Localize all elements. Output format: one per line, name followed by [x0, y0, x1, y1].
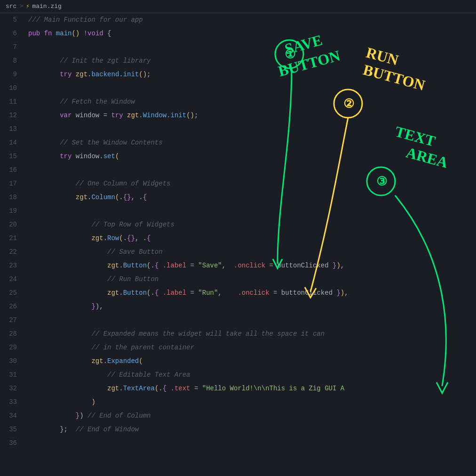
line-code	[24, 40, 476, 54]
line-number: 6	[0, 27, 24, 40]
line-code: }) // End of Column	[24, 409, 476, 423]
line-code: pub fn main() !void {	[24, 27, 476, 40]
line-code: zgt.Column(.{}, .{	[24, 191, 476, 204]
code-line: 16	[0, 163, 476, 177]
line-code: // Top Row of Widgets	[24, 218, 476, 232]
code-line: 11 // Fetch the Window	[0, 95, 476, 109]
breadcrumb: src > ⚡ main.zig	[0, 0, 476, 13]
code-line: 21 zgt.Row(.{}, .{	[0, 232, 476, 245]
line-code: /// Main Function for our app	[24, 13, 476, 27]
line-number: 14	[0, 136, 24, 150]
code-line: 12 var window = try zgt.Window.init();	[0, 109, 476, 122]
line-code: zgt.Button(.{ .label = "Run", .onclick =…	[24, 286, 476, 300]
code-line: 23 zgt.Button(.{ .label = "Save", .oncli…	[0, 259, 476, 273]
line-code: }),	[24, 300, 476, 314]
line-number: 10	[0, 81, 24, 95]
line-number: 31	[0, 368, 24, 382]
line-number: 27	[0, 314, 24, 327]
code-line: 29 // in the parent container	[0, 341, 476, 355]
line-number: 32	[0, 382, 24, 395]
code-line: 32 zgt.TextArea(.{ .text = "Hello World!…	[0, 382, 476, 395]
line-number: 13	[0, 122, 24, 136]
line-number: 8	[0, 54, 24, 68]
code-line: 22 // Save Button	[0, 245, 476, 259]
code-line: 35 }; // End of Window	[0, 423, 476, 436]
line-code: // Expanded means the widget will take a…	[24, 327, 476, 341]
code-line: 27	[0, 314, 476, 327]
code-line: 19	[0, 204, 476, 218]
code-line: 8 // Init the zgt library	[0, 54, 476, 68]
code-line: 31 // Editable Text Area	[0, 368, 476, 382]
line-code	[24, 204, 476, 218]
line-code	[24, 436, 476, 450]
line-number: 9	[0, 68, 24, 81]
code-line: 18 zgt.Column(.{}, .{	[0, 191, 476, 204]
code-line: 24 // Run Button	[0, 273, 476, 286]
line-code: zgt.TextArea(.{ .text = "Hello World!\n\…	[24, 382, 476, 395]
line-number: 20	[0, 218, 24, 232]
line-number: 26	[0, 300, 24, 314]
line-number: 15	[0, 150, 24, 163]
line-code: try zgt.backend.init();	[24, 68, 476, 81]
line-code: // Set the Window Contents	[24, 136, 476, 150]
line-code	[24, 314, 476, 327]
line-number: 33	[0, 395, 24, 409]
line-number: 22	[0, 245, 24, 259]
line-number: 34	[0, 409, 24, 423]
code-line: 14 // Set the Window Contents	[0, 136, 476, 150]
line-code: try window.set(	[24, 150, 476, 163]
line-code	[24, 122, 476, 136]
breadcrumb-file: main.zig	[32, 3, 61, 10]
code-line: 6pub fn main() !void {	[0, 27, 476, 40]
line-number: 25	[0, 286, 24, 300]
line-code: // Run Button	[24, 273, 476, 286]
line-number: 5	[0, 13, 24, 27]
code-line: 5/// Main Function for our app	[0, 13, 476, 27]
line-number: 19	[0, 204, 24, 218]
code-line: 7	[0, 40, 476, 54]
line-code: // One Column of Widgets	[24, 177, 476, 191]
line-number: 18	[0, 191, 24, 204]
breadcrumb-sep: >	[19, 3, 23, 10]
file-icon: ⚡	[26, 3, 29, 10]
code-line: 9 try zgt.backend.init();	[0, 68, 476, 81]
line-code: // in the parent container	[24, 341, 476, 355]
line-number: 35	[0, 423, 24, 436]
line-number: 17	[0, 177, 24, 191]
code-line: 25 zgt.Button(.{ .label = "Run", .onclic…	[0, 286, 476, 300]
code-line: 17 // One Column of Widgets	[0, 177, 476, 191]
line-code: // Init the zgt library	[24, 54, 476, 68]
line-code	[24, 81, 476, 95]
code-editor: 5/// Main Function for our app6pub fn ma…	[0, 13, 476, 450]
line-number: 11	[0, 95, 24, 109]
line-code	[24, 163, 476, 177]
line-number: 29	[0, 341, 24, 355]
code-line: 28 // Expanded means the widget will tak…	[0, 327, 476, 341]
code-line: 26 }),	[0, 300, 476, 314]
line-number: 23	[0, 259, 24, 273]
line-code: zgt.Expanded(	[24, 355, 476, 368]
line-number: 30	[0, 355, 24, 368]
line-code: }; // End of Window	[24, 423, 476, 436]
code-line: 13	[0, 122, 476, 136]
code-line: 36	[0, 436, 476, 450]
line-number: 12	[0, 109, 24, 122]
line-number: 7	[0, 40, 24, 54]
line-code: // Editable Text Area	[24, 368, 476, 382]
line-code: var window = try zgt.Window.init();	[24, 109, 476, 122]
line-code: zgt.Row(.{}, .{	[24, 232, 476, 245]
code-line: 10	[0, 81, 476, 95]
code-line: 15 try window.set(	[0, 150, 476, 163]
line-number: 28	[0, 327, 24, 341]
line-number: 21	[0, 232, 24, 245]
line-code: zgt.Button(.{ .label = "Save", .onclick …	[24, 259, 476, 273]
line-code: // Fetch the Window	[24, 95, 476, 109]
breadcrumb-src: src	[6, 3, 16, 10]
line-number: 24	[0, 273, 24, 286]
code-line: 20 // Top Row of Widgets	[0, 218, 476, 232]
code-line: 30 zgt.Expanded(	[0, 355, 476, 368]
code-line: 33 )	[0, 395, 476, 409]
line-code: // Save Button	[24, 245, 476, 259]
code-line: 34 }) // End of Column	[0, 409, 476, 423]
line-number: 36	[0, 436, 24, 450]
